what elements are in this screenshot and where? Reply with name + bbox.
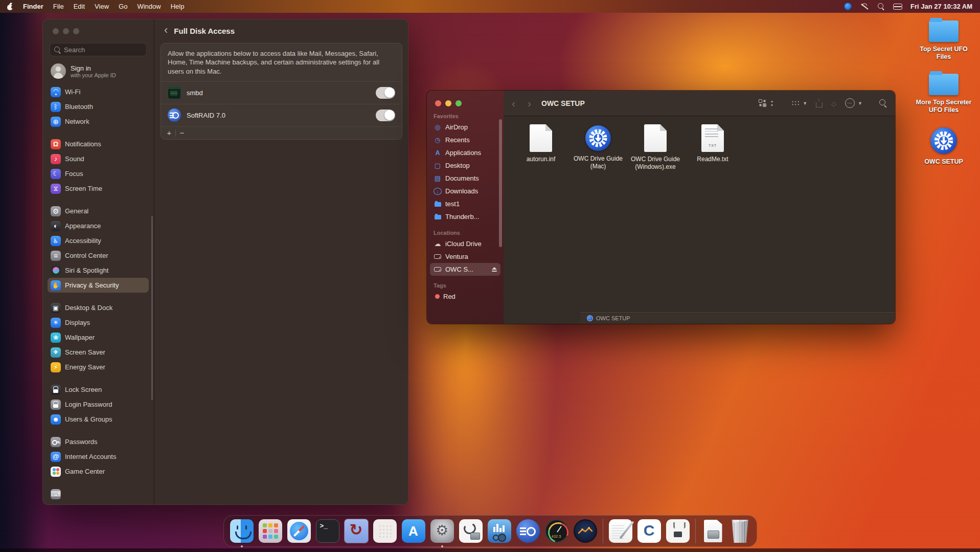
- file-readme-txt[interactable]: TXT ReadMe.txt: [686, 124, 740, 171]
- sidebar-item-privacy-security[interactable]: Privacy & Security: [48, 278, 149, 293]
- menu-help[interactable]: Help: [171, 3, 185, 10]
- menu-edit[interactable]: Edit: [74, 3, 85, 10]
- desktop-folder-more-top-secret[interactable]: More Top Secreter UFO Files: [913, 74, 974, 114]
- desktop-folder-top-secret[interactable]: Top Secret UFO Files: [913, 20, 974, 61]
- forward-button[interactable]: ›: [528, 98, 531, 108]
- apple-menu-icon[interactable]: [7, 3, 13, 10]
- menu-clock[interactable]: Fri Jan 27 10:32 AM: [910, 3, 972, 10]
- dock-trash-icon[interactable]: [730, 519, 750, 543]
- spotlight-icon[interactable]: [878, 3, 884, 10]
- sidebar-item-displays[interactable]: Displays: [48, 315, 149, 330]
- zoom-button[interactable]: [455, 100, 462, 106]
- close-button[interactable]: [53, 28, 59, 34]
- settings-search-field[interactable]: [50, 43, 147, 56]
- settings-sidebar-scrollbar[interactable]: [151, 216, 153, 400]
- back-button[interactable]: ‹: [512, 98, 515, 108]
- sidebar-item-focus[interactable]: Focus: [48, 166, 149, 181]
- sidebar-item-accessibility[interactable]: Accessibility: [48, 233, 149, 248]
- view-stepper-icon[interactable]: ▲▼: [770, 99, 773, 106]
- sidebar-item-game-center[interactable]: Game Center: [48, 464, 149, 479]
- file-owc-drive-guide-windows[interactable]: OWC Drive Guide(Windows).exe: [628, 124, 682, 171]
- file-owc-drive-guide-mac[interactable]: OWC Drive Guide(Mac): [571, 124, 625, 171]
- chevron-down-icon[interactable]: ▼: [803, 101, 807, 106]
- sidebar-item-icloud-drive[interactable]: iCloud Drive: [430, 237, 500, 250]
- sidebar-item-documents[interactable]: Documents: [430, 172, 500, 185]
- sidebar-item-desktop-dock[interactable]: Desktop & Dock: [48, 300, 149, 315]
- menu-view[interactable]: View: [95, 3, 109, 10]
- eject-icon[interactable]: [492, 267, 497, 272]
- sidebar-item-airdrop[interactable]: AirDrop: [430, 121, 500, 134]
- sidebar-item-thunderbolt[interactable]: Thunderb...: [430, 210, 500, 223]
- add-app-button[interactable]: +: [163, 129, 175, 137]
- wifi-off-icon[interactable]: [860, 3, 869, 10]
- menu-window[interactable]: Window: [137, 3, 161, 10]
- dock-performance-chart-icon[interactable]: [574, 519, 597, 543]
- group-by-icon[interactable]: [791, 100, 800, 106]
- sidebar-item-lock-screen[interactable]: Lock Screen: [48, 382, 149, 397]
- menu-go[interactable]: Go: [119, 3, 127, 10]
- search-input[interactable]: [64, 46, 135, 54]
- close-button[interactable]: [435, 100, 441, 106]
- dock-geekbench-icon[interactable]: [488, 519, 511, 543]
- dock-app-store-icon[interactable]: [402, 519, 425, 543]
- sidebar-item-owc-setup[interactable]: OWC S...: [430, 263, 500, 276]
- minimize-button[interactable]: [63, 28, 69, 34]
- sidebar-item-keyboard-partial[interactable]: [48, 487, 149, 501]
- icon-view-icon[interactable]: [759, 99, 766, 107]
- sidebar-item-sound[interactable]: Sound: [48, 151, 149, 166]
- sidebar-item-passwords[interactable]: Passwords: [48, 434, 149, 449]
- sidebar-item-recents[interactable]: Recents: [430, 134, 500, 146]
- search-icon[interactable]: [879, 99, 887, 107]
- dock-c-app-icon[interactable]: [637, 519, 661, 543]
- sidebar-item-internet-accounts[interactable]: Internet Accounts: [48, 449, 149, 464]
- back-chevron-icon[interactable]: ‹: [164, 25, 168, 36]
- sidebar-item-network[interactable]: Network: [48, 114, 149, 129]
- smbd-toggle[interactable]: [376, 87, 395, 99]
- zoom-button[interactable]: [73, 28, 79, 34]
- sidebar-item-downloads[interactable]: Downloads: [430, 185, 500, 197]
- sidebar-item-energy-saver[interactable]: Energy Saver: [48, 360, 149, 374]
- dock-disk-image-icon[interactable]: [701, 519, 725, 543]
- control-center-icon[interactable]: [893, 4, 902, 10]
- menu-finder[interactable]: Finder: [23, 3, 43, 10]
- sidebar-item-general[interactable]: General: [48, 204, 149, 218]
- sidebar-item-tag-red[interactable]: Red: [430, 290, 500, 303]
- more-actions-icon[interactable]: ⋯: [845, 98, 855, 108]
- dock-finder-icon[interactable]: [230, 519, 254, 543]
- sidebar-item-notifications[interactable]: Notifications: [48, 137, 149, 151]
- sidebar-item-bluetooth[interactable]: Bluetooth: [48, 99, 149, 114]
- sidebar-item-sign-in[interactable]: Sign in with your Apple ID: [42, 56, 154, 79]
- sidebar-item-siri-spotlight[interactable]: Siri & Spotlight: [48, 263, 149, 278]
- dock-terminal-icon[interactable]: [316, 519, 339, 543]
- sidebar-item-test1[interactable]: test1: [430, 197, 500, 210]
- dock-chip-benchmark-icon[interactable]: [666, 519, 690, 543]
- dock-launchpad-icon[interactable]: [259, 519, 282, 543]
- dock-system-settings-icon[interactable]: [430, 519, 454, 543]
- sidebar-item-control-center[interactable]: Control Center: [48, 248, 149, 263]
- sidebar-item-screen-saver[interactable]: Screen Saver: [48, 345, 149, 360]
- dock-drive-health-icon[interactable]: [459, 519, 483, 543]
- sidebar-item-login-password[interactable]: Login Password: [48, 397, 149, 412]
- sidebar-item-desktop[interactable]: Desktop: [430, 159, 500, 172]
- sidebar-item-ventura[interactable]: Ventura: [430, 250, 500, 263]
- dock-textedit-icon[interactable]: [609, 519, 632, 543]
- sidebar-item-wallpaper[interactable]: Wallpaper: [48, 330, 149, 345]
- sidebar-item-users-groups[interactable]: Users & Groups: [48, 412, 149, 427]
- sidebar-item-applications[interactable]: Applications: [430, 146, 500, 159]
- sidebar-item-wifi[interactable]: Wi-Fi: [48, 84, 149, 99]
- tag-icon[interactable]: [831, 99, 836, 108]
- softraid-toggle[interactable]: [376, 109, 395, 121]
- sidebar-item-screen-time[interactable]: Screen Time: [48, 181, 149, 196]
- screen-mirroring-icon[interactable]: [844, 3, 852, 10]
- desktop-drive-owc-setup[interactable]: OWC SETUP: [913, 127, 974, 166]
- minimize-button[interactable]: [445, 100, 451, 106]
- sidebar-item-appearance[interactable]: Appearance: [48, 218, 149, 233]
- chevron-down-icon[interactable]: ▼: [858, 101, 862, 106]
- remove-app-button[interactable]: −: [176, 129, 188, 137]
- share-icon[interactable]: [816, 102, 823, 107]
- dock-disk-speed-test-icon[interactable]: 432.5: [545, 519, 568, 543]
- file-autorun-inf[interactable]: autorun.inf: [514, 124, 568, 171]
- dock-placeholder-app-icon[interactable]: [373, 519, 397, 543]
- dock-softraid-icon[interactable]: [516, 519, 540, 543]
- dock-safari-icon[interactable]: [287, 519, 311, 543]
